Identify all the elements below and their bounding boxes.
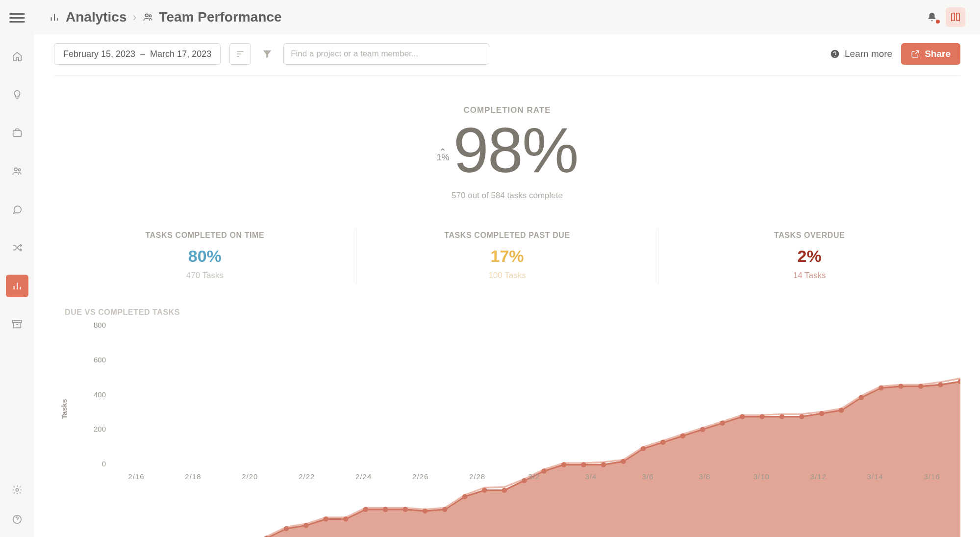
svg-rect-0 <box>13 130 22 136</box>
svg-point-46 <box>859 395 864 400</box>
svg-point-25 <box>442 507 447 512</box>
nav-calendar[interactable] <box>6 122 28 144</box>
svg-point-27 <box>482 487 487 492</box>
due-vs-completed-chart: DUE VS COMPLETED TASKS Tasks 80060040020… <box>54 308 960 497</box>
gear-icon <box>12 485 23 495</box>
menu-toggle[interactable] <box>9 10 25 26</box>
svg-point-5 <box>145 14 148 17</box>
notification-dot-icon <box>936 20 940 24</box>
svg-point-34 <box>621 459 626 464</box>
svg-point-49 <box>918 384 923 388</box>
sort-icon <box>235 49 245 59</box>
svg-point-24 <box>423 509 427 513</box>
svg-point-31 <box>561 462 566 467</box>
svg-point-18 <box>303 523 308 528</box>
help-icon <box>12 514 23 525</box>
docs-button[interactable] <box>946 7 965 27</box>
svg-point-26 <box>462 494 467 499</box>
svg-point-45 <box>839 408 844 412</box>
share-label: Share <box>925 49 951 59</box>
svg-point-47 <box>879 385 883 390</box>
stat-on-time: TASKS COMPLETED ON TIME 80% 470 Tasks <box>54 228 356 283</box>
nav-analytics[interactable] <box>6 275 28 297</box>
breadcrumb-root[interactable]: Analytics <box>66 9 127 25</box>
date-range-picker[interactable]: February 15, 2023 – March 17, 2023 <box>54 43 221 65</box>
breadcrumb-bar: Analytics › Team Performance <box>34 0 980 34</box>
svg-point-44 <box>819 411 824 416</box>
nav-ideas[interactable] <box>6 83 28 106</box>
svg-point-43 <box>799 414 804 419</box>
search-box[interactable] <box>283 43 489 65</box>
stat-past-due: TASKS COMPLETED PAST DUE 17% 100 Tasks <box>356 228 658 283</box>
date-to: March 17, 2023 <box>150 49 211 59</box>
stat-tasks: 470 Tasks <box>64 271 346 281</box>
date-sep: – <box>140 49 145 59</box>
svg-point-40 <box>740 414 745 419</box>
completion-label: COMPLETION RATE <box>54 105 960 115</box>
home-icon <box>12 51 23 62</box>
svg-point-28 <box>502 487 507 492</box>
svg-point-1 <box>14 168 17 171</box>
svg-point-22 <box>383 507 388 512</box>
breadcrumb-sep-icon: › <box>133 10 137 24</box>
stat-tasks: 14 Tasks <box>668 271 951 281</box>
nav-team[interactable] <box>6 160 28 182</box>
svg-point-48 <box>898 384 903 388</box>
sort-button[interactable] <box>229 43 251 65</box>
funnel-icon <box>262 49 273 59</box>
y-axis-label: Tasks <box>60 399 68 419</box>
svg-point-3 <box>16 488 19 491</box>
filter-button[interactable] <box>260 49 275 59</box>
svg-point-36 <box>660 440 665 445</box>
svg-point-38 <box>700 427 705 432</box>
nav-archive[interactable] <box>6 313 28 335</box>
left-nav-rail <box>0 0 34 537</box>
lightbulb-icon <box>12 89 23 100</box>
task-stats-row: TASKS COMPLETED ON TIME 80% 470 Tasks TA… <box>54 228 960 283</box>
stat-pct: 17% <box>366 247 649 266</box>
svg-point-19 <box>324 516 328 521</box>
people-icon <box>12 166 23 177</box>
chevron-up-icon <box>438 146 447 153</box>
completion-rate-block: COMPLETION RATE 1% 98% 570 out of 584 ta… <box>54 76 960 201</box>
svg-point-23 <box>402 507 407 512</box>
stat-label: TASKS COMPLETED PAST DUE <box>366 231 649 240</box>
date-from: February 15, 2023 <box>63 49 135 59</box>
chart-plot-area <box>108 321 960 537</box>
share-button[interactable]: Share <box>901 43 960 65</box>
nav-home[interactable] <box>6 45 28 68</box>
breadcrumb-page: Team Performance <box>159 9 282 25</box>
share-icon <box>911 50 920 58</box>
svg-point-20 <box>343 516 348 521</box>
toolbar: February 15, 2023 – March 17, 2023 Learn… <box>54 43 960 76</box>
chat-icon <box>12 204 23 215</box>
learn-more-link[interactable]: Learn more <box>830 49 892 59</box>
stat-tasks: 100 Tasks <box>366 271 649 281</box>
svg-point-35 <box>641 446 646 451</box>
stat-pct: 2% <box>668 247 951 266</box>
completion-delta: 1% <box>436 146 449 163</box>
nav-settings[interactable] <box>9 482 25 498</box>
completion-value: 98% <box>453 118 578 182</box>
nav-shuffle[interactable] <box>6 236 28 259</box>
svg-point-39 <box>720 420 725 425</box>
nav-chat[interactable] <box>6 198 28 221</box>
stat-label: TASKS COMPLETED ON TIME <box>64 231 346 240</box>
svg-point-37 <box>680 434 685 438</box>
briefcase-icon <box>12 128 23 138</box>
svg-point-33 <box>601 462 606 467</box>
stat-pct: 80% <box>64 247 346 266</box>
question-icon <box>830 49 840 59</box>
y-axis-ticks: 8006004002000 <box>81 321 106 468</box>
notifications-button[interactable] <box>925 10 939 24</box>
svg-point-2 <box>18 169 20 171</box>
svg-point-32 <box>581 462 586 467</box>
search-input[interactable] <box>291 49 482 59</box>
stat-label: TASKS OVERDUE <box>668 231 951 240</box>
nav-help[interactable] <box>9 511 25 527</box>
svg-point-42 <box>779 414 784 419</box>
team-icon <box>143 12 153 23</box>
learn-more-label: Learn more <box>845 49 892 59</box>
svg-point-21 <box>363 507 368 512</box>
completion-sub: 570 out of 584 tasks complete <box>54 191 960 201</box>
